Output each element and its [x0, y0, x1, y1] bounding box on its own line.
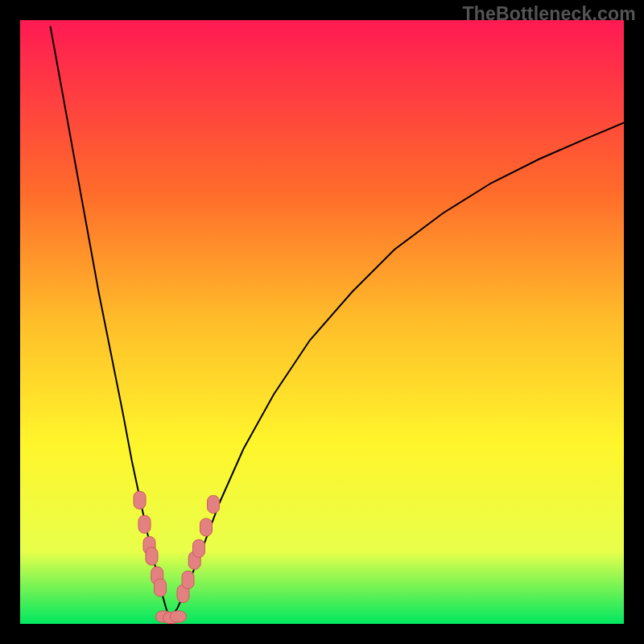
node-right: [193, 539, 205, 557]
node-right: [200, 518, 213, 536]
node-left: [155, 579, 167, 597]
node-left: [146, 547, 158, 565]
node-right: [208, 496, 220, 514]
watermark-text: TheBottleneck.com: [462, 3, 636, 25]
node-right: [182, 571, 194, 588]
node-left: [134, 491, 146, 509]
node-left: [138, 515, 151, 533]
node-bottom: [171, 611, 187, 622]
chart-svg: [20, 20, 624, 624]
gradient-background: [20, 20, 624, 624]
plot-area: [20, 20, 624, 624]
chart-container: TheBottleneck.com: [0, 0, 644, 644]
